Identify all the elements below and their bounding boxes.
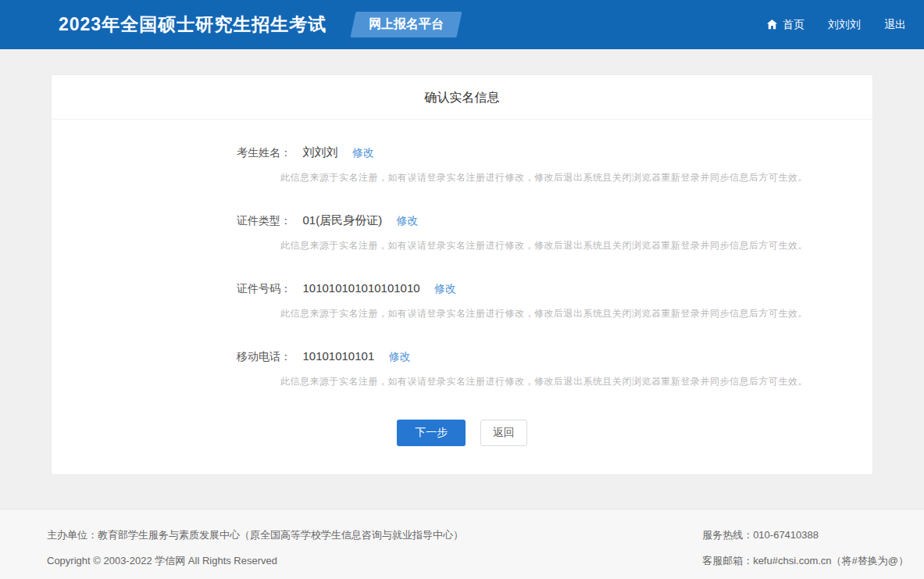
cert-type-value: 01(居民身份证) (302, 213, 382, 227)
header: 2023年全国硕士研究生招生考试 网上报名平台 首页 刘刘刘 退出 (0, 0, 924, 49)
candidate-name-note: 此信息来源于实名注册，如有误请登录实名注册进行修改，修改后退出系统且关闭浏览器重… (280, 171, 872, 184)
footer-organizer: 主办单位：教育部学生服务与素质发展中心（原全国高等学校学生信息咨询与就业指导中心… (47, 527, 463, 542)
modify-cert-type-link[interactable]: 修改 (397, 214, 419, 227)
realname-info-form: 考生姓名： 刘刘刘 修改 此信息来源于实名注册，如有误请登录实名注册进行修改，修… (52, 120, 872, 388)
cert-type-label: 证件类型： (237, 214, 291, 227)
footer: 主办单位：教育部学生服务与素质发展中心（原全国高等学校学生信息咨询与就业指导中心… (0, 509, 924, 579)
platform-badge: 网上报名平台 (351, 12, 462, 38)
cert-type-note: 此信息来源于实名注册，如有误请登录实名注册进行修改，修改后退出系统且关闭浏览器重… (280, 239, 872, 252)
field-row-candidate-name: 考生姓名： 刘刘刘 修改 此信息来源于实名注册，如有误请登录实名注册进行修改，修… (237, 145, 872, 184)
cert-number-label: 证件号码： (237, 282, 291, 295)
mobile-label: 移动电话： (237, 350, 291, 363)
header-nav: 首页 刘刘刘 退出 (743, 18, 906, 32)
modify-name-link[interactable]: 修改 (352, 146, 374, 159)
modify-cert-number-link[interactable]: 修改 (434, 282, 456, 295)
footer-copyright: Copyright © 2003-2022 学信网 All Rights Res… (47, 553, 463, 568)
nav-username[interactable]: 刘刘刘 (828, 18, 861, 32)
modify-mobile-link[interactable]: 修改 (389, 350, 411, 363)
footer-email: 客服邮箱：kefu#chsi.com.cn（将#替换为@） (702, 553, 908, 568)
cert-number-value: 101010101010101010 (302, 281, 419, 295)
form-actions: 下一步 返回 (52, 417, 872, 474)
footer-hotline: 服务热线：010-67410388 (702, 527, 908, 542)
platform-badge-label: 网上报名平台 (369, 16, 444, 33)
footer-right-column: 服务热线：010-67410388 客服邮箱：kefu#chsi.com.cn（… (702, 527, 908, 579)
back-button[interactable]: 返回 (480, 420, 527, 446)
nav-home-link[interactable]: 首页 (766, 18, 804, 32)
field-row-cert-type: 证件类型： 01(居民身份证) 修改 此信息来源于实名注册，如有误请登录实名注册… (237, 213, 872, 252)
home-icon (766, 19, 778, 30)
candidate-name-label: 考生姓名： (237, 146, 291, 159)
next-step-button[interactable]: 下一步 (397, 420, 466, 446)
footer-left-column: 主办单位：教育部学生服务与素质发展中心（原全国高等学校学生信息咨询与就业指导中心… (47, 527, 463, 579)
field-row-mobile: 移动电话： 10101010101 修改 此信息来源于实名注册，如有误请登录实名… (237, 349, 872, 388)
nav-home-label: 首页 (783, 18, 804, 32)
page-title: 确认实名信息 (52, 75, 872, 120)
cert-number-note: 此信息来源于实名注册，如有误请登录实名注册进行修改，修改后退出系统且关闭浏览器重… (280, 307, 872, 320)
candidate-name-value: 刘刘刘 (302, 145, 337, 159)
header-left: 2023年全国硕士研究生招生考试 网上报名平台 (59, 12, 459, 38)
confirm-info-card: 确认实名信息 考生姓名： 刘刘刘 修改 此信息来源于实名注册，如有误请登录实名注… (51, 74, 873, 475)
mobile-value: 10101010101 (302, 349, 374, 363)
mobile-note: 此信息来源于实名注册，如有误请登录实名注册进行修改，修改后退出系统且关闭浏览器重… (280, 375, 872, 388)
site-title: 2023年全国硕士研究生招生考试 (59, 13, 326, 37)
nav-logout-link[interactable]: 退出 (884, 18, 906, 32)
field-row-cert-number: 证件号码： 101010101010101010 修改 此信息来源于实名注册，如… (237, 281, 872, 320)
